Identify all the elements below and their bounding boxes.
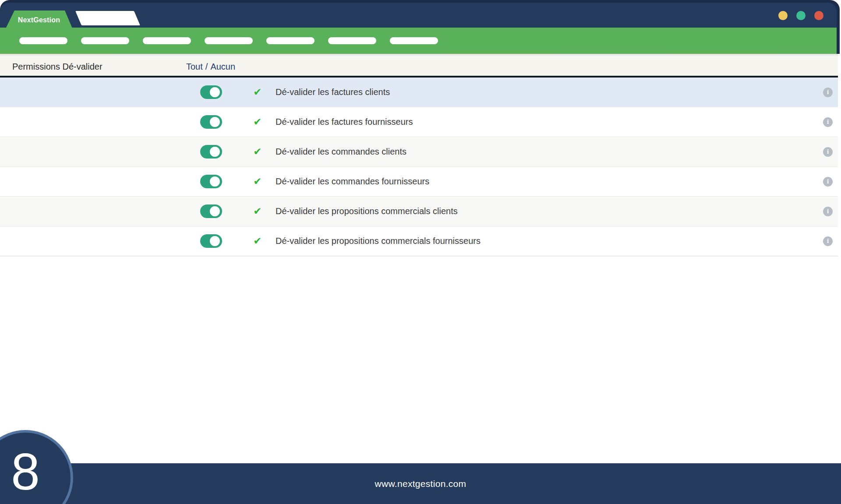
window-controls — [778, 11, 823, 20]
permission-row: ✔ Dé-valider les commandes fournisseurs … — [0, 167, 838, 197]
permission-label: Dé-valider les factures fournisseurs — [276, 117, 413, 127]
window-titlebar: NextGestion — [0, 3, 837, 28]
slide-number-badge: 8 — [0, 430, 73, 504]
permission-row: ✔ Dé-valider les propositions commercial… — [0, 226, 838, 256]
minimize-button[interactable] — [778, 11, 788, 20]
maximize-button[interactable] — [796, 11, 806, 20]
permission-row: ✔ Dé-valider les commandes clients i — [0, 137, 838, 167]
permission-label: Dé-valider les commandes clients — [276, 147, 406, 157]
toggle-switch[interactable] — [200, 115, 222, 129]
nav-item-placeholder[interactable] — [390, 37, 438, 44]
footer-bar: www.nextgestion.com — [0, 463, 841, 504]
toggle-switch[interactable] — [200, 85, 222, 99]
brand-tab[interactable]: NextGestion — [5, 11, 73, 30]
select-none-link[interactable]: Aucun — [210, 62, 235, 71]
check-icon: ✔ — [252, 146, 263, 158]
permission-list: ✔ Dé-valider les factures clients i ✔ Dé… — [0, 78, 838, 256]
nav-item-placeholder[interactable] — [328, 37, 376, 44]
nav-item-placeholder[interactable] — [19, 37, 67, 44]
table-header: Permissions Dé-valider Tout/Aucun — [0, 57, 838, 78]
permission-label: Dé-valider les propositions commercials … — [276, 236, 481, 246]
permission-row: ✔ Dé-valider les propositions commercial… — [0, 197, 838, 226]
check-icon: ✔ — [252, 86, 263, 98]
toggle-switch[interactable] — [200, 204, 222, 218]
permissions-panel: Permissions Dé-valider Tout/Aucun ✔ Dé-v… — [0, 57, 838, 256]
permission-row: ✔ Dé-valider les factures fournisseurs i — [0, 107, 838, 137]
toggle-knob — [210, 176, 220, 187]
info-icon[interactable]: i — [823, 117, 833, 127]
nav-item-placeholder[interactable] — [205, 37, 253, 44]
toggle-switch[interactable] — [200, 175, 222, 188]
browser-window-chrome: NextGestion — [0, 0, 840, 54]
toggle-knob — [210, 117, 220, 127]
toggle-knob — [210, 206, 220, 216]
nav-item-placeholder[interactable] — [266, 37, 314, 44]
permission-label: Dé-valider les propositions commercials … — [276, 206, 458, 216]
check-icon: ✔ — [252, 205, 263, 217]
toggle-knob — [210, 236, 220, 246]
toggle-switch[interactable] — [200, 234, 222, 248]
blank-tab[interactable] — [75, 11, 140, 25]
toggle-knob — [210, 147, 220, 157]
select-all-link[interactable]: Tout — [186, 62, 203, 71]
info-icon[interactable]: i — [823, 177, 833, 187]
info-icon[interactable]: i — [823, 236, 833, 246]
check-icon: ✔ — [252, 116, 263, 128]
navbar-shadow — [0, 54, 838, 57]
slide: NextGestion Permissions Dé-valider Tout/… — [0, 0, 841, 504]
slide-number: 8 — [11, 446, 40, 497]
info-icon[interactable]: i — [823, 147, 833, 157]
check-icon: ✔ — [252, 235, 263, 247]
close-button[interactable] — [814, 11, 823, 20]
check-icon: ✔ — [252, 176, 263, 187]
info-icon[interactable]: i — [823, 88, 833, 97]
brand-name: NextGestion — [18, 16, 60, 25]
permission-label: Dé-valider les factures clients — [276, 87, 390, 97]
nav-item-placeholder[interactable] — [81, 37, 129, 44]
main-navbar — [0, 28, 837, 54]
permission-label: Dé-valider les commandes fournisseurs — [276, 176, 429, 187]
toggle-knob — [210, 87, 220, 97]
nav-item-placeholder[interactable] — [143, 37, 191, 44]
info-icon[interactable]: i — [823, 207, 833, 216]
permission-row: ✔ Dé-valider les factures clients i — [0, 78, 838, 107]
toggle-switch[interactable] — [200, 145, 222, 159]
footer-website: www.nextgestion.com — [375, 479, 466, 489]
link-separator: / — [205, 62, 208, 71]
section-title: Permissions Dé-valider — [12, 62, 186, 72]
bulk-select-links: Tout/Aucun — [186, 62, 235, 72]
